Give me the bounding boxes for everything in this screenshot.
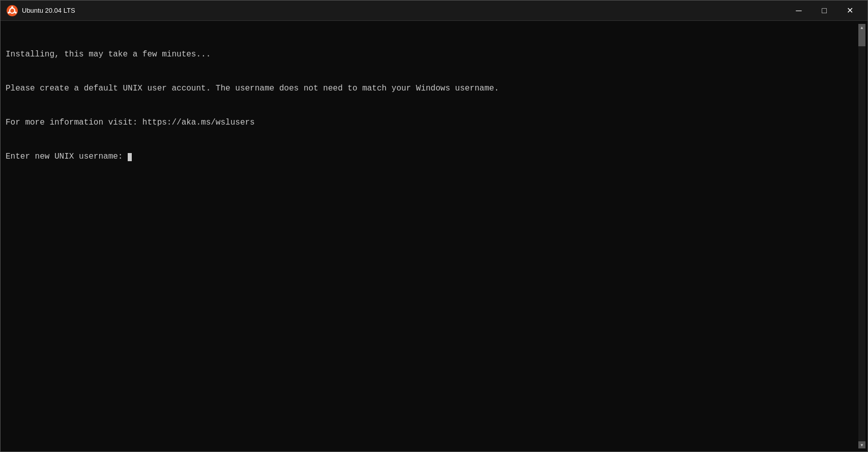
terminal-line-3: For more information visit: https://aka.… <box>6 117 855 128</box>
terminal-line-4: Enter new UNIX username: <box>6 151 855 162</box>
close-button[interactable]: ✕ <box>838 3 861 19</box>
terminal-content[interactable]: Installing, this may take a few minutes.… <box>3 24 858 448</box>
scrollbar-track[interactable] <box>858 31 865 441</box>
svg-point-4 <box>8 11 10 13</box>
terminal-body[interactable]: Installing, this may take a few minutes.… <box>1 21 867 451</box>
maximize-button[interactable]: □ <box>813 3 836 19</box>
svg-point-2 <box>11 6 13 8</box>
title-bar-buttons: ─ □ ✕ <box>787 3 861 19</box>
svg-point-3 <box>15 11 17 13</box>
terminal-window: Ubuntu 20.04 LTS ─ □ ✕ Installing, this … <box>0 0 868 452</box>
scrollbar-thumb[interactable] <box>858 31 865 46</box>
ubuntu-icon <box>7 5 18 16</box>
terminal-line-1: Installing, this may take a few minutes.… <box>6 49 855 60</box>
minimize-button[interactable]: ─ <box>787 3 811 19</box>
window-title: Ubuntu 20.04 LTS <box>22 7 75 14</box>
terminal-cursor <box>128 153 132 161</box>
scrollbar-vertical[interactable]: ▲ ▼ <box>858 24 865 448</box>
title-bar: Ubuntu 20.04 LTS ─ □ ✕ <box>1 1 867 21</box>
scrollbar-up-arrow[interactable]: ▲ <box>858 24 865 31</box>
title-bar-left: Ubuntu 20.04 LTS <box>7 5 75 16</box>
terminal-line-2: Please create a default UNIX user accoun… <box>6 83 855 94</box>
scrollbar-down-arrow[interactable]: ▼ <box>858 441 865 448</box>
